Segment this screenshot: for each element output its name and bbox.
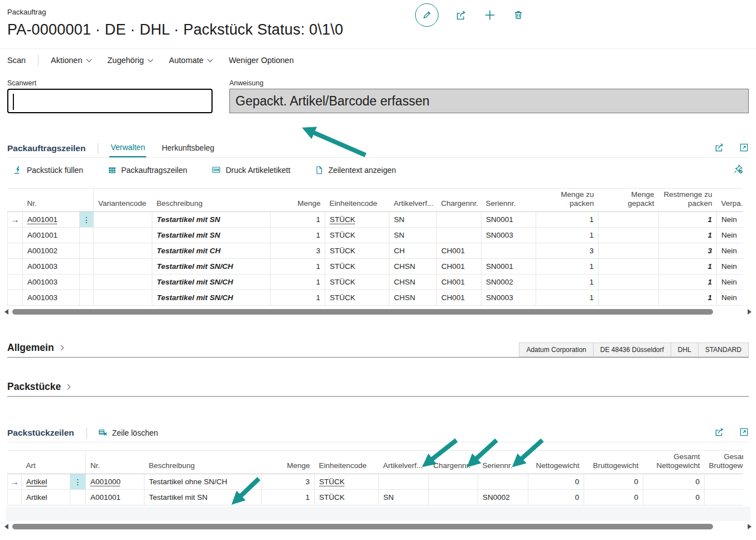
cell-nettogewicht[interactable]: 0 xyxy=(528,474,584,490)
col-nr-header[interactable]: Nr. xyxy=(86,451,145,474)
chip-carrier[interactable]: DHL xyxy=(671,343,699,357)
cell-gesamt-brutto[interactable] xyxy=(705,490,744,505)
cell-seriennr[interactable]: SN0001 xyxy=(481,212,536,228)
cell-menge-zu-packen[interactable]: 1 xyxy=(536,290,599,306)
cell-verpackt[interactable]: Nein xyxy=(717,243,744,259)
packstuecke-toggle[interactable]: Packstücke xyxy=(7,381,70,396)
cell-seriennr[interactable] xyxy=(478,474,528,490)
zeilentext-anzeigen-button[interactable]: Zeilentext anzeigen xyxy=(315,166,396,175)
cell-restmenge[interactable]: 1 xyxy=(659,290,717,306)
col-bruttogewicht-header[interactable]: Bruttogewicht xyxy=(584,451,643,474)
share-section-button[interactable] xyxy=(714,427,725,439)
cell-verpackt[interactable]: Nein xyxy=(717,212,744,228)
cell-restmenge[interactable]: 1 xyxy=(659,228,717,243)
cell-nr[interactable]: A001003 xyxy=(23,259,80,274)
menu-automate[interactable]: Automate xyxy=(169,56,212,65)
col-nr-header[interactable]: Nr. xyxy=(23,189,80,212)
scrollbar-thumb[interactable] xyxy=(12,524,713,529)
cell-menge-zu-packen[interactable]: 1 xyxy=(536,228,599,243)
cell-nr[interactable]: A001000 xyxy=(86,474,145,490)
col-chargennr-header[interactable]: Chargennr. xyxy=(437,189,481,212)
cell-verpackt[interactable]: Nein xyxy=(717,259,744,274)
col-variantencode-header[interactable]: Variantencode xyxy=(94,189,152,212)
cell-menge-gepackt[interactable] xyxy=(599,243,659,259)
cell-menge-gepackt[interactable] xyxy=(599,228,659,243)
cell-beschreibung[interactable]: Testartikel mit CH xyxy=(152,243,271,259)
col-art-header[interactable]: Art xyxy=(22,451,70,474)
add-button[interactable] xyxy=(484,9,496,21)
package-lines-hscrollbar[interactable] xyxy=(4,523,752,530)
cell-beschreibung[interactable]: Testartikel mit SN xyxy=(145,490,262,505)
menu-weniger-optionen[interactable]: Weniger Optionen xyxy=(229,56,294,65)
row-menu-button[interactable]: ⋮ xyxy=(80,212,94,228)
cell-variantencode[interactable] xyxy=(94,243,152,259)
cell-chargennr[interactable]: CH001 xyxy=(437,290,481,306)
cell-artikelverf[interactable] xyxy=(379,474,429,490)
tab-verwalten[interactable]: Verwalten xyxy=(109,139,146,157)
scanwert-input[interactable] xyxy=(7,89,213,113)
cell-menge[interactable]: 1 xyxy=(271,212,325,228)
edit-button[interactable] xyxy=(415,3,439,27)
cell-verpackt[interactable]: Nein xyxy=(717,228,744,243)
cell-menge[interactable]: 1 xyxy=(271,274,325,290)
cell-artikelverf[interactable]: CHSN xyxy=(389,274,437,290)
cell-chargennr[interactable] xyxy=(429,474,478,490)
scroll-left-icon[interactable] xyxy=(4,309,8,315)
cell-restmenge[interactable]: 3 xyxy=(659,243,717,259)
row-menu-button[interactable]: ⋮ xyxy=(70,474,86,490)
scroll-left-icon[interactable] xyxy=(4,524,8,529)
cell-chargennr[interactable] xyxy=(437,212,481,228)
cell-artikelverf[interactable]: SN xyxy=(379,490,429,505)
cell-variantencode[interactable] xyxy=(94,290,152,306)
cell-menge-zu-packen[interactable]: 1 xyxy=(536,274,599,290)
cell-seriennr[interactable]: SN0001 xyxy=(481,259,536,274)
cell-artikelverf[interactable]: SN xyxy=(389,228,437,243)
cell-nr[interactable]: A001003 xyxy=(23,290,80,306)
cell-einheitencode[interactable]: STÜCK xyxy=(315,474,379,490)
cell-verpackt[interactable]: Nein xyxy=(717,274,744,290)
menu-scan[interactable]: Scan xyxy=(7,56,26,65)
delete-button[interactable] xyxy=(513,9,524,21)
col-menge-gepackt-header[interactable]: Menge gepackt xyxy=(599,189,659,212)
cell-variantencode[interactable] xyxy=(94,212,152,228)
cell-menge-zu-packen[interactable]: 3 xyxy=(536,243,599,259)
col-beschreibung-header[interactable]: Beschreibung xyxy=(152,189,271,212)
col-gesamt-brutto-header[interactable]: Gesamt Bruttogewicht xyxy=(705,451,744,474)
cell-menge-gepackt[interactable] xyxy=(599,259,659,274)
cell-seriennr[interactable]: SN0003 xyxy=(481,290,536,306)
col-einheitencode-header[interactable]: Einheitencode xyxy=(325,189,389,212)
cell-art[interactable]: Artikel xyxy=(22,490,70,505)
unpin-button[interactable] xyxy=(733,164,743,176)
cell-chargennr[interactable]: CH001 xyxy=(437,274,481,290)
col-gesamt-netto-header[interactable]: Gesamt Nettogewicht xyxy=(643,451,705,474)
cell-seriennr[interactable]: SN0002 xyxy=(478,490,528,505)
cell-variantencode[interactable] xyxy=(94,259,152,274)
col-menge-header[interactable]: Menge xyxy=(262,451,315,474)
cell-artikelverf[interactable]: CHSN xyxy=(389,259,437,274)
chip-sell-to[interactable]: Adatum Corporation xyxy=(519,343,593,357)
cell-menge[interactable]: 3 xyxy=(271,243,325,259)
cell-nr[interactable]: A001003 xyxy=(23,274,80,290)
chip-standard[interactable]: STANDARD xyxy=(698,343,749,357)
cell-einheitencode[interactable]: STÜCK xyxy=(325,212,389,228)
cell-menge-gepackt[interactable] xyxy=(599,290,659,306)
col-menge-header[interactable]: Menge xyxy=(271,189,325,212)
col-restmenge-header[interactable]: Restmenge zu packen xyxy=(659,189,717,212)
menu-zugehoerig[interactable]: Zugehörig xyxy=(108,56,152,65)
cell-restmenge[interactable]: 1 xyxy=(659,212,717,228)
cell-nettogewicht[interactable]: 0 xyxy=(528,490,584,505)
cell-bruttogewicht[interactable]: 0 xyxy=(584,490,643,505)
packstueck-fuellen-button[interactable]: Packstück füllen xyxy=(13,165,83,175)
cell-nr[interactable]: A001001 xyxy=(23,212,80,228)
cell-menge[interactable]: 1 xyxy=(271,290,325,306)
focus-mode-button[interactable] xyxy=(739,143,749,154)
cell-seriennr[interactable]: SN0003 xyxy=(481,228,536,243)
col-seriennr-header[interactable]: Seriennr. xyxy=(478,451,528,474)
scroll-right-icon[interactable] xyxy=(748,524,752,529)
cell-menge-gepackt[interactable] xyxy=(599,274,659,290)
cell-gesamt-netto[interactable]: 0 xyxy=(643,490,705,505)
cell-einheitencode[interactable]: STÜCK xyxy=(325,259,389,274)
share-button[interactable] xyxy=(455,9,467,21)
cell-artikelverf[interactable]: CHSN xyxy=(389,290,437,306)
col-einheitencode-header[interactable]: Einheitencode xyxy=(315,451,379,474)
